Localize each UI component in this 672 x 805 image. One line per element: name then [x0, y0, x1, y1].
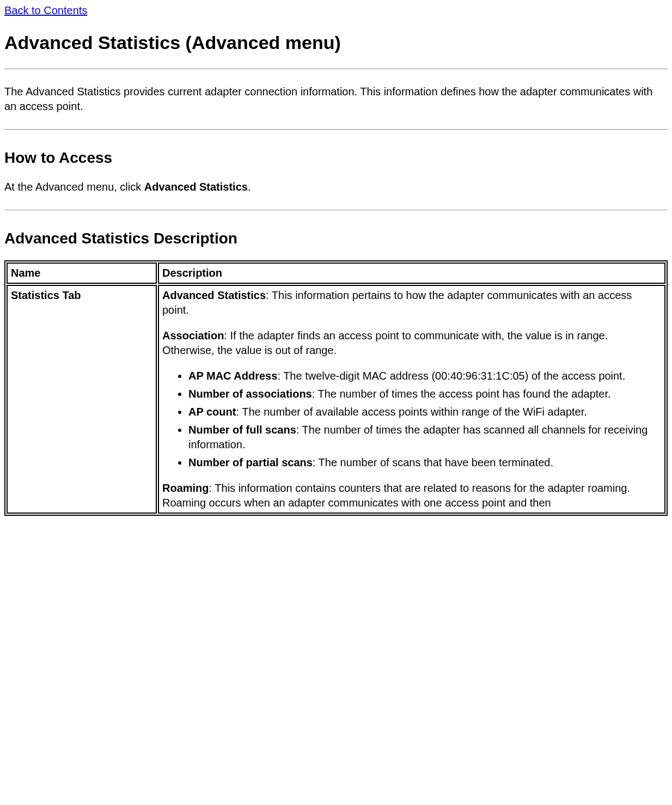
bullet-text: : The number of times the access point h…: [312, 388, 611, 400]
divider: [4, 129, 668, 130]
association-text: : If the adapter finds an access point t…: [162, 330, 608, 356]
roaming-label: Roaming: [162, 482, 209, 494]
col-header-name: Name: [7, 263, 157, 284]
how-to-access-bold: Advanced Statistics: [144, 181, 248, 193]
how-to-access-text: At the Advanced menu, click Advanced Sta…: [4, 180, 668, 194]
how-to-access-suffix: .: [248, 181, 251, 193]
back-to-contents-link[interactable]: Back to Contents: [4, 4, 87, 16]
association-bullets: AP MAC Address: The twelve-digit MAC add…: [162, 369, 661, 470]
bullet-label: AP MAC Address: [188, 370, 277, 382]
table-header-row: Name Description: [7, 263, 665, 284]
list-item: AP count: The number of available access…: [188, 405, 661, 419]
intro-paragraph: The Advanced Statistics provides current…: [4, 84, 668, 114]
bullet-label: Number of associations: [188, 388, 312, 400]
table-row: Statistics Tab Advanced Statistics: This…: [7, 285, 665, 514]
bullet-text: : The number of scans that have been ter…: [313, 456, 553, 468]
roaming-paragraph: Roaming: This information contains count…: [162, 481, 661, 510]
bullet-label: Number of partial scans: [188, 456, 313, 468]
row-name-cell: Statistics Tab: [7, 285, 157, 514]
divider: [4, 210, 668, 210]
row-desc-cell: Advanced Statistics: This information pe…: [158, 285, 665, 514]
how-to-access-heading: How to Access: [4, 149, 668, 167]
col-header-description: Description: [158, 263, 665, 284]
adv-stats-paragraph: Advanced Statistics: This information pe…: [162, 288, 661, 318]
list-item: Number of full scans: The number of time…: [188, 423, 661, 452]
association-paragraph: Association: If the adapter finds an acc…: [162, 328, 661, 358]
list-item: AP MAC Address: The twelve-digit MAC add…: [188, 369, 661, 383]
list-item: Number of partial scans: The number of s…: [188, 455, 661, 470]
association-label: Association: [162, 330, 224, 341]
bullet-label: Number of full scans: [188, 424, 296, 436]
adv-stats-label: Advanced Statistics: [162, 289, 266, 301]
bullet-label: AP count: [188, 406, 236, 418]
roaming-text: : This information contains counters tha…: [162, 482, 630, 509]
divider: [4, 69, 668, 69]
how-to-access-prefix: At the Advanced menu, click: [4, 181, 144, 193]
page-title: Advanced Statistics (Advanced menu): [4, 32, 668, 53]
bullet-text: : The twelve-digit MAC address (00:40:96…: [277, 370, 625, 382]
description-heading: Advanced Statistics Description: [4, 230, 668, 247]
list-item: Number of associations: The number of ti…: [188, 387, 661, 401]
description-table: Name Description Statistics Tab Advanced…: [4, 260, 668, 516]
bullet-text: : The number of available access points …: [236, 406, 587, 418]
